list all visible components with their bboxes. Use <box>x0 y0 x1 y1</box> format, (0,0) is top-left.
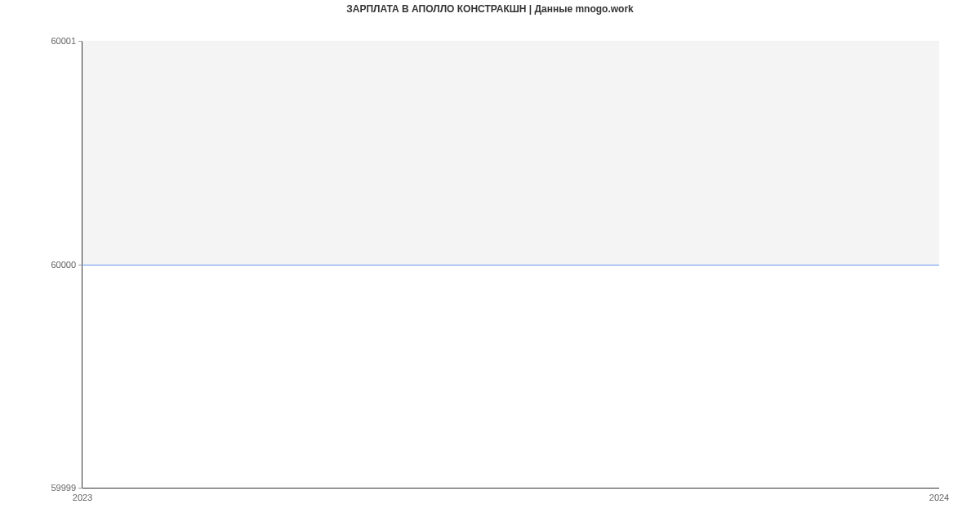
y-tick-mark <box>78 41 82 42</box>
chart-container: ЗАРПЛАТА В АПОЛЛО КОНСТРАКШН | Данные mn… <box>0 0 980 531</box>
x-tick-label: 2023 <box>73 488 92 502</box>
chart-title: ЗАРПЛАТА В АПОЛЛО КОНСТРАКШН | Данные mn… <box>0 3 980 15</box>
plot-band-lower <box>82 265 939 489</box>
plot-band-upper <box>82 41 939 265</box>
x-tick-label: 2024 <box>929 488 949 502</box>
plot-area: 60001 60000 59999 2023 2024 <box>82 41 939 489</box>
series-line <box>82 265 939 266</box>
